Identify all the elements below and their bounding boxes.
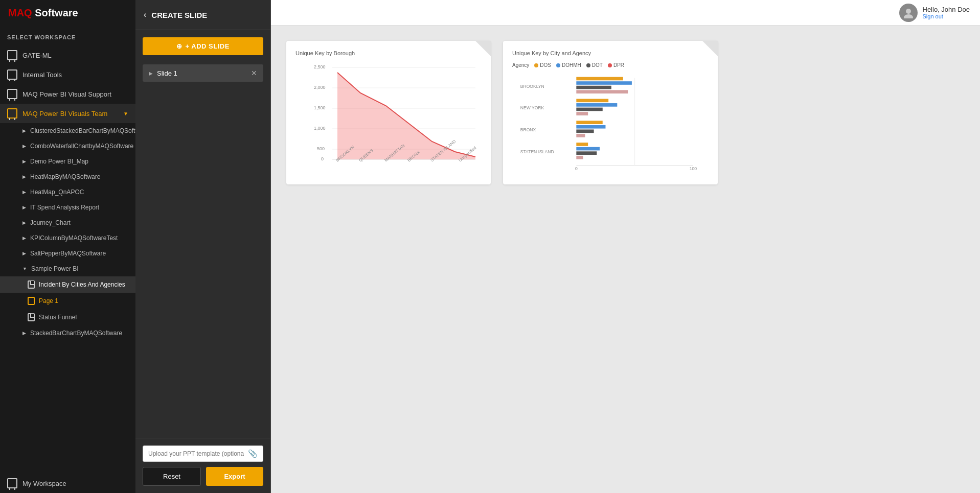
sidebar-page1[interactable]: Page 1 <box>0 293 135 309</box>
sidebar-item-maq-visual-support[interactable]: MAQ Power BI Visual Support <box>0 84 135 104</box>
chevron-right-icon: ▶ <box>22 128 26 133</box>
chart1-title: Unique Key by Borough <box>295 50 482 56</box>
svg-point-1 <box>904 14 913 18</box>
sidebar-sub-demo-power-bi-map-label: Demo Power BI_Map <box>30 158 88 165</box>
bar-statenisland-dot <box>576 151 597 155</box>
sidebar-sub-journey-chart[interactable]: ▶ Journey_Chart <box>0 215 135 230</box>
chart-card-borough: Unique Key by Borough 2,500 2,000 1,500 … <box>286 41 491 184</box>
sidebar-sub-sample-power-bi[interactable]: ▼ Sample Power BI <box>0 261 135 276</box>
legend-dohmh-dot <box>556 63 560 67</box>
sidebar-sub-it-spend-label: IT Spend Analysis Report <box>30 204 99 211</box>
legend-dpr-label: DPR <box>613 62 624 68</box>
add-slide-label: + ADD SLIDE <box>186 42 230 50</box>
user-icon <box>903 7 914 18</box>
charts-area: Unique Key by Borough 2,500 2,000 1,500 … <box>271 26 980 493</box>
chevron-down-icon: ▼ <box>123 111 128 116</box>
bar-brooklyn-dot <box>576 86 611 89</box>
legend-dohmh-label: DOHMH <box>562 62 581 68</box>
sidebar-sub-heatmap-qnapoc[interactable]: ▶ HeatMap_QnAPOC <box>0 184 135 200</box>
panel-footer: 📎 Reset Export <box>135 438 270 493</box>
user-info: Hello, John Doe Sign out <box>923 6 970 19</box>
svg-text:500: 500 <box>317 146 325 151</box>
monitor-icon <box>7 478 17 488</box>
legend-dos-dot <box>534 63 538 67</box>
sidebar-item-gate-ml[interactable]: GATE-ML <box>0 45 135 65</box>
sign-out-link[interactable]: Sign out <box>923 13 970 19</box>
sidebar-sub-status-funnel[interactable]: Status Funnel <box>0 309 135 325</box>
chevron-right-icon: ▶ <box>22 144 26 149</box>
sidebar-sub-it-spend[interactable]: ▶ IT Spend Analysis Report <box>0 200 135 215</box>
footer-buttons: Reset Export <box>143 467 263 486</box>
reset-button[interactable]: Reset <box>143 467 201 486</box>
legend-dot-label: DOT <box>592 62 603 68</box>
sidebar-sub-stacked-bar[interactable]: ▶ StackedBarChartByMAQSoftware <box>0 325 135 341</box>
sidebar-sub-heatmap-maq[interactable]: ▶ HeatMapByMAQSoftware <box>0 169 135 184</box>
bar-chart-svg: BROOKLYN NEW YORK BRONX STATEN ISLAND 0 … <box>512 73 709 175</box>
legend-dpr: DPR <box>608 62 624 68</box>
chevron-right-icon: ▶ <box>22 174 26 179</box>
chevron-right-icon: ▶ <box>22 331 26 336</box>
sidebar-sub-incident-cities-label: Incident By Cities And Agencies <box>39 281 125 288</box>
page-icon <box>28 297 35 305</box>
bar-newyork-dohmh <box>576 103 617 107</box>
sidebar-item-my-workspace[interactable]: My Workspace <box>0 474 135 493</box>
sidebar-item-maq-visual-support-label: MAQ Power BI Visual Support <box>22 90 111 98</box>
sidebar-sub-demo-power-bi-map[interactable]: ▶ Demo Power BI_Map <box>0 154 135 169</box>
legend-dohmh: DOHMH <box>556 62 581 68</box>
svg-text:2,500: 2,500 <box>314 64 326 69</box>
attach-icon[interactable]: 📎 <box>248 449 258 458</box>
main-content: Hello, John Doe Sign out Unique Key by B… <box>271 0 980 493</box>
bar-statenisland-dpr <box>576 156 583 159</box>
sidebar-item-maq-visuals-team[interactable]: MAQ Power BI Visuals Team ▼ <box>0 104 135 123</box>
chevron-right-icon: ▶ <box>22 190 26 195</box>
sidebar-sub-heatmap-qnapoc-label: HeatMap_QnAPOC <box>30 189 84 196</box>
chevron-right-icon: ▶ <box>22 220 26 225</box>
slide-list: ▶ Slide 1 ✕ <box>135 62 270 438</box>
logo: MAQ Software <box>8 7 78 19</box>
svg-text:BRONX: BRONX <box>520 127 536 132</box>
sidebar-sub-combo-waterfall-label: ComboWaterfallChartbyMAQSoftware <box>30 143 133 150</box>
svg-text:0: 0 <box>575 166 578 171</box>
export-button[interactable]: Export <box>206 467 263 486</box>
chevron-down-icon: ▼ <box>22 266 27 271</box>
sidebar-sub-kpi-column[interactable]: ▶ KPIColumnByMAQSoftwareTest <box>0 230 135 246</box>
bar-brooklyn-dohmh <box>576 81 632 85</box>
bar-bronx-dot <box>576 129 594 133</box>
sidebar-sub-clustered-stacked-label: ClusteredStackedBarChartByMAQSoftware <box>30 127 135 134</box>
bar-bronx-dohmh <box>576 125 605 129</box>
monitor-icon <box>7 89 17 99</box>
chart2-legend: Agency DOS DOHMH DOT DPR <box>512 62 709 68</box>
bar-statenisland-dos <box>576 143 588 146</box>
sidebar-item-gate-ml-label: GATE-ML <box>22 52 52 59</box>
template-file-input[interactable] <box>148 450 244 457</box>
sidebar-page1-label: Page 1 <box>39 297 58 304</box>
bar-newyork-dpr <box>576 112 588 115</box>
sidebar-sub-clustered-stacked[interactable]: ▶ ClusteredStackedBarChartByMAQSoftware <box>0 123 135 138</box>
bar-bronx-dpr <box>576 134 585 137</box>
logo-maq: MAQ <box>8 7 32 18</box>
doc-icon <box>28 280 35 289</box>
legend-dot: DOT <box>586 62 603 68</box>
area-chart-svg: 2,500 2,000 1,500 1,000 500 0 <box>295 62 482 165</box>
sidebar-sub-kpi-column-label: KPIColumnByMAQSoftwareTest <box>30 234 118 242</box>
sidebar-sub-salt-pepper[interactable]: ▶ SaltPepperByMAQSoftware <box>0 246 135 261</box>
add-slide-button[interactable]: ⊕ + ADD SLIDE <box>143 37 263 55</box>
logo-area: MAQ Software <box>0 0 135 26</box>
legend-dos-label: DOS <box>540 62 551 68</box>
slide-item-1[interactable]: ▶ Slide 1 ✕ <box>143 64 263 82</box>
sidebar-sub-incident-cities[interactable]: Incident By Cities And Agencies <box>0 276 135 293</box>
legend-dot-dot <box>586 63 590 67</box>
monitor-icon <box>7 69 17 80</box>
monitor-icon <box>7 108 17 119</box>
sidebar-sub-salt-pepper-label: SaltPepperByMAQSoftware <box>30 250 106 257</box>
close-slide-button[interactable]: ✕ <box>251 69 257 77</box>
sidebar-item-internal-tools-label: Internal Tools <box>22 71 62 79</box>
sidebar-sub-combo-waterfall[interactable]: ▶ ComboWaterfallChartbyMAQSoftware <box>0 138 135 154</box>
create-slide-panel: ‹ CREATE SLIDE ⊕ + ADD SLIDE ▶ Slide 1 ✕… <box>135 0 271 493</box>
sidebar-sub-status-funnel-label: Status Funnel <box>39 314 77 321</box>
back-button[interactable]: ‹ <box>144 10 146 19</box>
sidebar-item-internal-tools[interactable]: Internal Tools <box>0 65 135 84</box>
chart-card-agency: Unique Key by City and Agency Agency DOS… <box>503 41 718 184</box>
chevron-right-icon: ▶ <box>149 71 153 76</box>
bar-chart-container: BROOKLYN NEW YORK BRONX STATEN ISLAND 0 … <box>512 73 709 175</box>
